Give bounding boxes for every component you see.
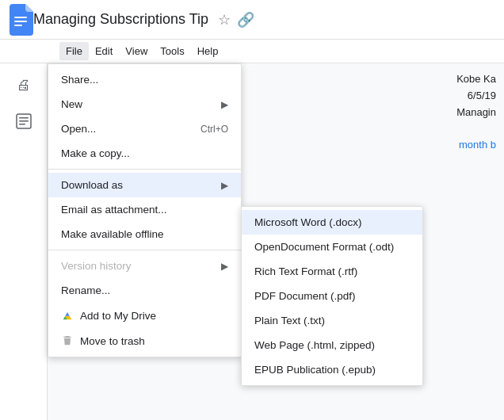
submenu-item-html[interactable]: Web Page (.html, zipped) — [242, 333, 422, 357]
new-arrow-icon: ▶ — [221, 99, 228, 110]
submenu-item-odt[interactable]: OpenDocument Format (.odt) — [242, 235, 422, 259]
menu-item-make-available[interactable]: Make available offline — [48, 222, 241, 246]
menu-item-new[interactable]: New ▶ — [48, 92, 241, 116]
trash-icon — [61, 334, 74, 347]
version-arrow-icon: ▶ — [221, 261, 228, 272]
svg-rect-5 — [19, 120, 29, 122]
menu-item-make-copy[interactable]: Make a copy... — [48, 141, 241, 166]
primary-menu: Share... New ▶ Open... Ctrl+O Make a cop… — [48, 63, 242, 357]
svg-rect-1 — [14, 21, 27, 22]
top-bar: Managing Subscriptions Tip ☆ 🔗 — [0, 0, 504, 40]
doc-title: Managing Subscriptions Tip — [33, 11, 208, 28]
menu-item-email-attachment[interactable]: Email as attachment... — [48, 197, 241, 222]
submenu-item-txt[interactable]: Plain Text (.txt) — [242, 308, 422, 333]
submenu-item-rtf[interactable]: Rich Text Format (.rtf) — [242, 259, 422, 284]
left-sidebar: 🖨 — [0, 63, 48, 420]
menu-view[interactable]: View — [119, 42, 154, 60]
menu-item-add-to-drive[interactable]: Add to My Drive — [48, 303, 241, 328]
print-icon[interactable]: 🖨 — [12, 73, 36, 97]
submenu-item-epub[interactable]: EPUB Publication (.epub) — [242, 357, 422, 382]
download-submenu: Microsoft Word (.docx) OpenDocument Form… — [241, 206, 423, 386]
divider-1 — [48, 169, 241, 170]
doc-list-icon[interactable] — [12, 109, 36, 133]
menu-file[interactable]: File — [59, 42, 89, 60]
menu-item-version-history: Version history ▶ — [48, 254, 241, 278]
menu-item-move-to-trash[interactable]: Move to trash — [48, 328, 241, 353]
menu-item-rename[interactable]: Rename... — [48, 278, 241, 303]
menu-item-download-as[interactable]: Download as ▶ — [48, 173, 241, 197]
svg-rect-0 — [14, 17, 27, 18]
menu-help[interactable]: Help — [191, 42, 225, 60]
gdocs-icon — [8, 4, 33, 36]
menu-tools[interactable]: Tools — [154, 42, 190, 60]
svg-rect-2 — [14, 25, 22, 26]
menu-item-open[interactable]: Open... Ctrl+O — [48, 116, 241, 141]
svg-rect-6 — [19, 124, 25, 125]
svg-rect-4 — [19, 117, 29, 119]
menu-edit[interactable]: Edit — [89, 42, 119, 60]
menu-bar: File Edit View Tools Help — [0, 40, 504, 63]
content-snippet: Kobe Ka 6/5/19 Managin month b — [456, 71, 496, 154]
download-arrow-icon: ▶ — [221, 180, 228, 191]
submenu-item-word[interactable]: Microsoft Word (.docx) — [242, 210, 422, 235]
drive-icon — [61, 309, 74, 322]
submenu-item-pdf[interactable]: PDF Document (.pdf) — [242, 284, 422, 308]
share-icon[interactable]: 🔗 — [237, 11, 254, 29]
open-shortcut: Ctrl+O — [200, 124, 228, 135]
menu-item-share[interactable]: Share... — [48, 67, 241, 92]
divider-2 — [48, 250, 241, 250]
star-icon[interactable]: ☆ — [218, 11, 231, 29]
